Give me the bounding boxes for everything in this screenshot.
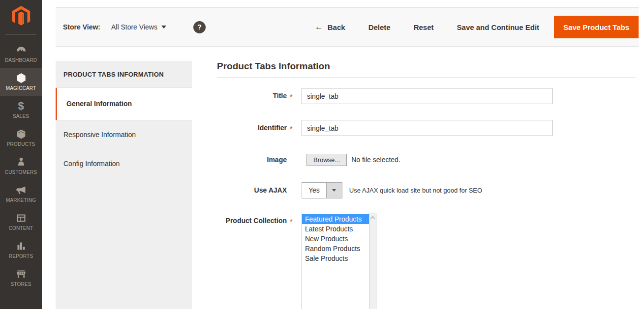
sidebar-item-label: SALES [1,113,41,119]
identifier-label: Identifier [217,120,287,138]
sidebar-item-label: PRODUCTS [1,141,41,147]
storefront-icon [15,268,27,280]
title-field-row: Title * [217,88,636,106]
page-toolbar: Store View: All Store Views ? ← Back Del… [56,7,639,47]
required-marker: * [290,120,296,138]
page-title: Product Tabs Information [217,61,636,72]
sidebar-item-label: MARKETING [1,197,41,203]
tab-responsive-information[interactable]: Responsive Information [56,120,192,149]
magiccart-hexagon-icon [15,72,27,84]
sidebar-item-label: CONTENT [1,225,41,231]
save-and-continue-button[interactable]: Save and Continue Edit [457,23,540,31]
megaphone-icon [15,184,27,196]
browse-button[interactable]: Browse... [307,154,347,166]
form-column: Product Tabs Information Title * Identif… [217,61,636,309]
sidebar-item-label: CUSTOMERS [1,169,41,175]
listbox-option-new-products[interactable]: New Products [302,234,369,244]
delete-button[interactable]: Delete [368,23,391,31]
image-field-row: Image Browse... No file selected. [217,152,636,168]
identifier-field-row: Identifier * [217,120,636,138]
listbox-option-random-products[interactable]: Random Products [302,244,369,253]
required-marker: * [290,88,296,106]
person-icon [15,156,27,168]
sidebar-divider [5,34,36,35]
sidebar-item-reports[interactable]: REPORTS [0,236,42,264]
image-label: Image [217,152,287,168]
sidebar-item-dashboard[interactable]: DASHBOARD [0,40,42,68]
box-icon [15,128,27,140]
dashboard-icon [15,44,27,56]
dollar-icon: $ [15,100,27,112]
required-marker-placeholder [290,152,296,168]
sidebar-item-customers[interactable]: CUSTOMERS [0,152,42,180]
title-input[interactable] [302,88,552,104]
select-dropdown-icon [326,183,342,198]
product-tabs-accordion: PRODUCT TABS INFORMATION General Informa… [56,61,192,309]
product-collection-field-row: Product Collection * Featured Products L… [217,213,636,309]
content-area: PRODUCT TABS INFORMATION General Informa… [42,47,644,309]
layout-icon [15,212,27,224]
scroll-up-icon [370,216,375,221]
back-button-label: Back [328,23,345,31]
tab-config-information[interactable]: Config Information [56,149,192,178]
sidebar-item-marketing[interactable]: MARKETING [0,180,42,208]
sidebar: DASHBOARD MAGICCART $ SALES PRODUCTS CUS… [0,0,42,309]
store-view-switcher[interactable]: All Store Views [111,23,166,31]
product-collection-label: Product Collection [217,213,287,309]
identifier-input[interactable] [302,120,552,136]
back-button[interactable]: ← Back [315,22,345,32]
use-ajax-label: Use AJAX [217,182,287,198]
file-status-text: No file selected. [351,152,400,168]
use-ajax-selected-value: Yes [302,183,326,198]
listbox-option-latest-products[interactable]: Latest Products [302,224,369,234]
listbox-scrollbar[interactable] [369,213,376,309]
sidebar-item-products[interactable]: PRODUCTS [0,124,42,152]
tab-general-information[interactable]: General Information [56,88,192,120]
store-view-value: All Store Views [111,23,157,31]
sidebar-item-label: DASHBOARD [1,57,41,63]
general-information-form: Title * Identifier * Ima [217,78,636,309]
help-icon[interactable]: ? [193,21,206,33]
sidebar-item-label: STORES [1,281,41,287]
title-label: Title [217,88,287,106]
toolbar-actions: ← Back Delete Reset Save and Continue Ed… [292,16,639,38]
use-ajax-note: Use AJAX quick load site but not good fo… [349,182,482,198]
reset-button[interactable]: Reset [414,23,434,31]
listbox-options: Featured Products Latest Products New Pr… [302,213,369,263]
sidebar-item-sales[interactable]: $ SALES [0,96,42,124]
required-marker: * [290,213,296,309]
store-view-label: Store View: [63,23,100,31]
magento-admin-page: DASHBOARD MAGICCART $ SALES PRODUCTS CUS… [0,0,644,309]
listbox-option-sale-products[interactable]: Sale Products [302,253,369,263]
back-arrow-icon: ← [315,22,323,32]
chevron-down-icon [161,26,166,28]
sidebar-item-content[interactable]: CONTENT [0,208,42,236]
required-marker-placeholder [290,182,296,198]
sidebar-item-magiccart[interactable]: MAGICCART [0,68,42,96]
save-product-tabs-button[interactable]: Save Product Tabs [554,16,639,38]
product-collection-listbox[interactable]: Featured Products Latest Products New Pr… [302,213,376,309]
sidebar-item-label: REPORTS [1,253,41,259]
sidebar-item-stores[interactable]: STORES [0,264,42,292]
use-ajax-field-row: Use AJAX Yes Use AJAX quick load site bu… [217,182,636,198]
sidebar-item-label: MAGICCART [1,85,41,91]
accordion-header: PRODUCT TABS INFORMATION [56,61,192,88]
main-area: Store View: All Store Views ? ← Back Del… [42,0,644,309]
use-ajax-select[interactable]: Yes [302,182,342,198]
bar-chart-icon [15,240,27,252]
listbox-option-featured-products[interactable]: Featured Products [302,214,369,224]
magento-logo[interactable] [0,0,42,34]
